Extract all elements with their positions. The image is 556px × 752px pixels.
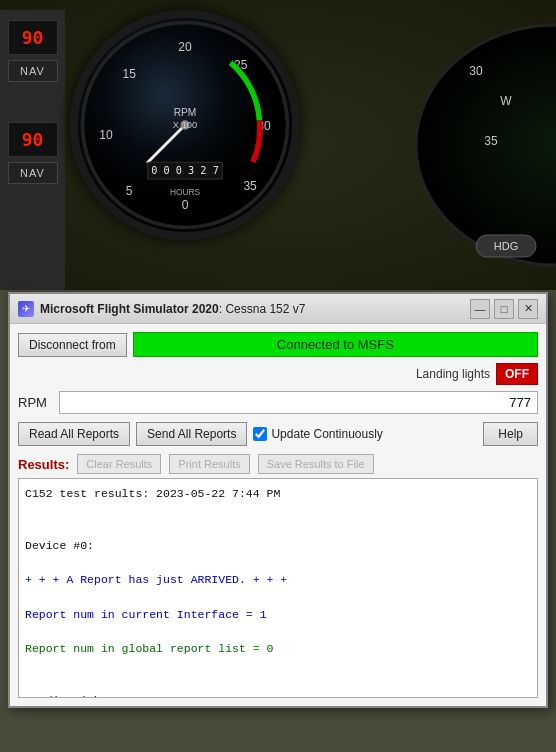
svg-text:RPM: RPM <box>174 107 197 118</box>
svg-text:35: 35 <box>484 134 498 148</box>
read-reports-button[interactable]: Read All Reports <box>18 422 130 446</box>
rpm-value: 777 <box>59 391 538 414</box>
landing-lights-row: Landing lights OFF <box>18 363 538 385</box>
rpm-label: RPM <box>18 395 53 410</box>
window-body: Disconnect from Connected to MSFS Landin… <box>10 324 546 706</box>
landing-lights-toggle[interactable]: OFF <box>496 363 538 385</box>
svg-text:5: 5 <box>126 184 133 198</box>
results-header: Results: Clear Results Print Results Sav… <box>18 454 538 474</box>
svg-text:HOURS: HOURS <box>170 187 201 197</box>
save-results-button[interactable]: Save Results to File <box>258 454 374 474</box>
application-window: ✈ Microsoft Flight Simulator 2020: Cessn… <box>8 292 548 708</box>
rpm-gauge: 0 5 10 15 20 25 30 35 RPM X 100 <box>70 10 310 280</box>
svg-text:0: 0 <box>182 198 189 212</box>
help-button[interactable]: Help <box>483 422 538 446</box>
results-text-area[interactable]: C152 test results: 2023-05-22 7:44 PMDev… <box>18 478 538 698</box>
minimize-button[interactable]: — <box>470 299 490 319</box>
titlebar-left: ✈ Microsoft Flight Simulator 2020: Cessn… <box>18 301 305 317</box>
svg-text:20: 20 <box>178 40 192 54</box>
svg-text:X 100: X 100 <box>173 120 197 130</box>
send-reports-button[interactable]: Send All Reports <box>136 422 247 446</box>
result-line: Report num in global report list = 0 <box>25 640 531 657</box>
left-panel: 90 NAV 90 NAV <box>0 10 65 290</box>
compass-area: 30 W 35 HDG <box>396 15 556 275</box>
update-continuously-checkbox[interactable] <box>253 427 267 441</box>
app-icon: ✈ <box>18 301 34 317</box>
svg-text:W: W <box>500 94 512 108</box>
title-rest: Cessna 152 v7 <box>225 302 305 316</box>
titlebar: ✈ Microsoft Flight Simulator 2020: Cessn… <box>10 294 546 324</box>
indicator-2: 90 <box>8 122 58 157</box>
svg-text:0 0 0 3 2 7: 0 0 0 3 2 7 <box>151 165 219 176</box>
indicator-1: 90 <box>8 20 58 55</box>
print-results-button[interactable]: Print Results <box>169 454 249 474</box>
svg-text:HDG: HDG <box>494 240 518 252</box>
landing-lights-label: Landing lights <box>416 367 490 381</box>
result-line: LandingLight_Button = 0 <box>25 692 531 698</box>
update-continuously-label[interactable]: Update Continuously <box>253 427 382 441</box>
connection-row: Disconnect from Connected to MSFS <box>18 332 538 357</box>
result-line: Report num in current Interface = 1 <box>25 606 531 623</box>
rpm-row: RPM 777 <box>18 391 538 414</box>
result-line: C152 test results: 2023-05-22 7:44 PM <box>25 485 531 502</box>
svg-text:30: 30 <box>469 64 483 78</box>
result-line: Device #0: <box>25 537 531 554</box>
titlebar-controls[interactable]: — □ ✕ <box>470 299 538 319</box>
svg-text:35: 35 <box>243 179 257 193</box>
nav-label-2: NAV <box>8 162 58 184</box>
svg-text:10: 10 <box>99 128 113 142</box>
clear-results-button[interactable]: Clear Results <box>77 454 161 474</box>
svg-text:15: 15 <box>122 67 136 81</box>
maximize-button[interactable]: □ <box>494 299 514 319</box>
close-button[interactable]: ✕ <box>518 299 538 319</box>
titlebar-text: Microsoft Flight Simulator 2020: Cessna … <box>40 302 305 316</box>
app-name: Microsoft Flight Simulator 2020 <box>40 302 219 316</box>
nav-label-1: NAV <box>8 60 58 82</box>
cockpit-background: 90 NAV 90 NAV 0 5 10 15 <box>0 0 556 290</box>
actions-row: Read All Reports Send All Reports Update… <box>18 422 538 446</box>
connection-status: Connected to MSFS <box>133 332 538 357</box>
results-label: Results: <box>18 457 69 472</box>
result-line: + + + A Report has just ARRIVED. + + + <box>25 571 531 588</box>
update-continuously-text: Update Continuously <box>271 427 382 441</box>
disconnect-button[interactable]: Disconnect from <box>18 333 127 357</box>
